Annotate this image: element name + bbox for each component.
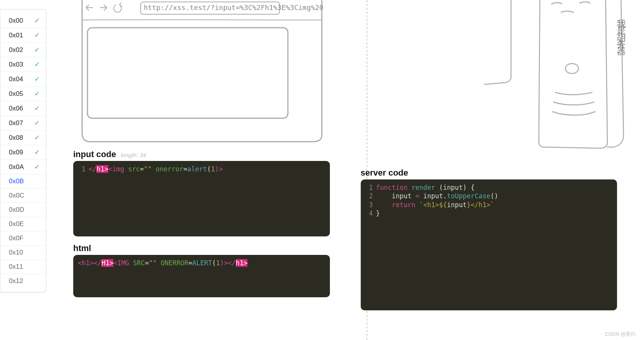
level-item-0x12[interactable]: 0x12 [0, 274, 46, 288]
level-item-0x0F[interactable]: 0x0F [0, 231, 46, 246]
level-label: 0x06 [9, 105, 23, 112]
back-icon [86, 5, 92, 10]
right-column: 我是胡务器 server code 1function render (inpu… [361, 0, 617, 340]
level-label: 0x05 [9, 90, 23, 98]
check-icon: ✓ [34, 46, 40, 54]
level-label: 0x0C [9, 192, 24, 199]
level-item-0x07[interactable]: 0x07✓ [0, 116, 46, 131]
check-icon: ✓ [34, 31, 40, 39]
level-label: 0x10 [9, 249, 23, 256]
html-label: html [73, 243, 91, 253]
server-code-label: server code [361, 168, 409, 178]
level-label: 0x11 [9, 263, 23, 271]
level-item-0x06[interactable]: 0x06✓ [0, 101, 46, 116]
svg-point-2 [565, 64, 578, 74]
check-icon: ✓ [34, 90, 40, 98]
level-item-0x0C[interactable]: 0x0C [0, 189, 46, 203]
html-title: html [73, 243, 330, 253]
level-label: 0x0A [9, 163, 24, 171]
level-label: 0x00 [9, 17, 23, 25]
url-text[interactable]: http://xss.test/?input=%3C%2Fh1%3E%3Cimg… [144, 3, 323, 12]
level-item-0x0E[interactable]: 0x0E [0, 217, 46, 231]
level-label: 0x0D [9, 206, 24, 214]
level-item-0x10[interactable]: 0x10 [0, 246, 46, 260]
length-label: length: 34 [121, 152, 146, 158]
check-icon: ✓ [34, 75, 40, 83]
html-panel: <h1></H1><IMG SRC="" ONERROR=ALERT(1)></… [73, 255, 330, 297]
level-item-0x11[interactable]: 0x11 [0, 260, 46, 274]
server-sketch: 我是胡务器 [484, 0, 627, 154]
level-item-0x00[interactable]: 0x00✓ [0, 13, 46, 28]
input-code-title: input code length: 34 [73, 149, 330, 159]
forward-icon [100, 5, 107, 10]
input-code-label: input code [73, 149, 116, 159]
check-icon: ✓ [34, 60, 40, 69]
check-icon: ✓ [34, 163, 40, 171]
level-label: 0x0B [9, 178, 24, 185]
check-icon: ✓ [34, 134, 40, 142]
level-label: 0x08 [9, 134, 23, 142]
level-label: 0x02 [9, 46, 23, 54]
main-area: http://xss.test/?input=%3C%2Fh1%3E%3Cimg… [46, 0, 644, 340]
check-icon: ✓ [34, 104, 40, 112]
level-label: 0x01 [9, 32, 23, 39]
left-column: http://xss.test/?input=%3C%2Fh1%3E%3Cimg… [73, 0, 330, 340]
level-item-0x0B[interactable]: 0x0B [0, 174, 46, 189]
level-label: 0x0E [9, 220, 24, 228]
level-label: 0x09 [9, 149, 23, 156]
level-item-0x05[interactable]: 0x05✓ [0, 87, 46, 101]
server-code-panel: 1function render (input) { 2 input = inp… [361, 179, 617, 310]
level-item-0x0A[interactable]: 0x0A✓ [0, 160, 46, 174]
server-code-title: server code [361, 168, 617, 178]
level-item-0x01[interactable]: 0x01✓ [0, 28, 46, 43]
level-item-0x02[interactable]: 0x02✓ [0, 43, 46, 57]
level-item-0x0D[interactable]: 0x0D [0, 203, 46, 217]
level-item-0x09[interactable]: 0x09✓ [0, 145, 46, 160]
level-label: 0x04 [9, 75, 23, 83]
level-item-0x08[interactable]: 0x08✓ [0, 131, 46, 145]
level-label: 0x0F [9, 234, 24, 242]
input-code-panel[interactable]: 1</h1><img src="" onerror=alert(1)> [73, 161, 330, 236]
level-sidebar: 0x00✓0x01✓0x02✓0x03✓0x04✓0x05✓0x06✓0x07✓… [0, 9, 46, 292]
level-label: 0x12 [9, 277, 23, 285]
svg-rect-1 [87, 28, 288, 118]
level-item-0x03[interactable]: 0x03✓ [0, 57, 46, 72]
level-label: 0x07 [9, 119, 23, 127]
refresh-icon [114, 3, 122, 12]
check-icon: ✓ [34, 119, 40, 127]
check-icon: ✓ [34, 17, 40, 25]
server-label: 我是胡务器 [615, 12, 627, 46]
check-icon: ✓ [34, 148, 40, 156]
level-label: 0x03 [9, 61, 23, 69]
level-item-0x04[interactable]: 0x04✓ [0, 72, 46, 87]
watermark: CSDN @君衍.⠀ [605, 331, 641, 338]
browser-sketch: http://xss.test/?input=%3C%2Fh1%3E%3Cimg… [75, 0, 330, 142]
